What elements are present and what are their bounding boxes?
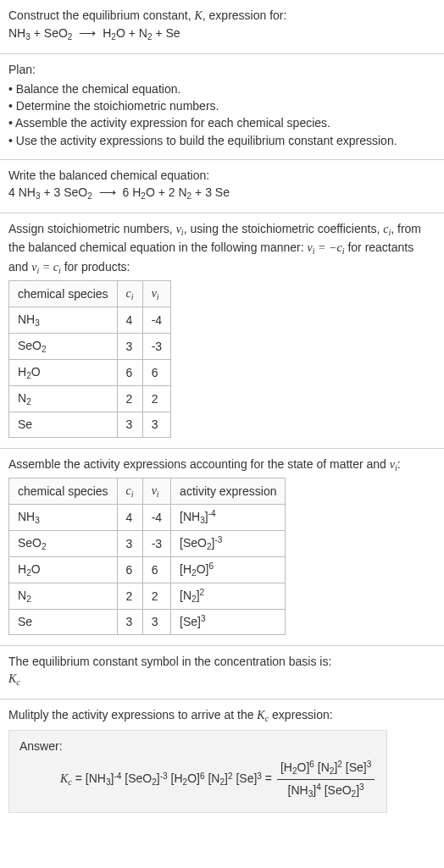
relation-neg: νi = −ci [308, 241, 345, 254]
species: N2 [9, 386, 118, 412]
vi: 6 [142, 360, 170, 386]
vi: 2 [142, 386, 170, 412]
stoich-section: Assign stoichiometric numbers, νi, using… [0, 213, 444, 448]
nu-i: νi [390, 458, 397, 471]
ci: 3 [117, 610, 142, 634]
col-vi: νi [142, 478, 170, 504]
ci: 3 [117, 531, 142, 557]
col-species: chemical species [9, 280, 118, 307]
balanced-section: Write the balanced chemical equation: 4 … [0, 160, 444, 213]
final-section: Mulitply the activity expressions to arr… [0, 699, 444, 823]
relation-pos: νi = ci [31, 261, 61, 274]
activity-table: chemical species ci νi activity expressi… [8, 478, 286, 635]
species: SeO2 [9, 333, 118, 359]
c-i: ci [383, 223, 391, 235]
K-symbol: K [194, 9, 202, 22]
col-ci: ci [117, 478, 142, 504]
text: Mulitply the activity expressions to arr… [8, 708, 257, 721]
fraction: [H2O]6 [N2]2 [Se]3 [NH3]4 [SeO2]3 [277, 759, 375, 800]
balanced-heading: Write the balanced chemical equation: [8, 167, 436, 184]
ci: 3 [117, 412, 142, 437]
ci: 4 [117, 307, 142, 333]
activity-intro: Assemble the activity expressions accoun… [8, 456, 436, 474]
species: N2 [9, 583, 118, 610]
col-activity: activity expression [171, 478, 286, 504]
nu-i: νi [176, 223, 184, 235]
vi: 2 [142, 583, 170, 610]
stoich-table: chemical species ci νi NH34-4 SeO23-3 H2… [8, 280, 171, 438]
kc-symbol-text: The equilibrium constant symbol in the c… [8, 653, 436, 670]
ci: 2 [117, 386, 142, 412]
kc-expression: Kc = [NH3]-4 [SeO2]-3 [H2O]6 [N2]2 [Se]3… [19, 759, 376, 800]
table-row: SeO23-3 [9, 333, 171, 359]
text: Assemble the activity expressions accoun… [8, 457, 390, 471]
species: NH3 [9, 307, 118, 333]
unbalanced-equation: NH3 + SeO2 ⟶ H2O + N2 + Se [8, 25, 436, 43]
prompt-title: Construct the equilibrium constant, K, e… [8, 7, 436, 25]
col-species: chemical species [9, 478, 118, 504]
vi: -4 [142, 504, 170, 530]
ci: 4 [117, 504, 142, 530]
species: SeO2 [9, 531, 118, 557]
numerator: [H2O]6 [N2]2 [Se]3 [277, 759, 375, 780]
col-ci: ci [117, 280, 142, 307]
vi: -3 [142, 333, 170, 359]
plan-list: Balance the chemical equation. Determine… [8, 80, 436, 149]
table-row: Se33 [9, 412, 171, 437]
balanced-equation: 4 NH3 + 3 SeO2 ⟶ 6 H2O + 2 N2 + 3 Se [8, 184, 436, 202]
table-header-row: chemical species ci νi activity expressi… [9, 478, 286, 504]
prompt-section: Construct the equilibrium constant, K, e… [0, 0, 444, 54]
plan-item: Use the activity expressions to build th… [8, 132, 436, 149]
table-row: H2O66 [9, 360, 171, 386]
text: Assign stoichiometric numbers, [8, 222, 176, 235]
text: expression: [269, 708, 332, 721]
activity: [H2O]6 [171, 557, 286, 583]
text: Construct the equilibrium constant, [8, 8, 194, 22]
activity: [Se]3 [171, 610, 286, 634]
table-row: SeO23-3[SeO2]-3 [9, 531, 286, 557]
denominator: [NH3]4 [SeO2]3 [277, 780, 375, 800]
species: H2O [9, 360, 118, 386]
species: Se [9, 412, 118, 437]
plan-item: Balance the chemical equation. [8, 80, 436, 97]
activity: [NH3]-4 [171, 504, 286, 530]
activity: [N2]2 [171, 583, 286, 610]
plan-section: Plan: Balance the chemical equation. Det… [0, 54, 444, 159]
vi: 3 [142, 412, 170, 437]
table-row: N222 [9, 386, 171, 412]
table-row: Se33[Se]3 [9, 610, 286, 634]
ci: 6 [117, 360, 142, 386]
stoich-intro: Assign stoichiometric numbers, νi, using… [8, 220, 436, 276]
text: , expression for: [203, 8, 287, 22]
col-vi: νi [142, 280, 170, 307]
vi: -3 [142, 531, 170, 557]
activity: [SeO2]-3 [171, 531, 286, 557]
plan-item: Assemble the activity expression for eac… [8, 114, 436, 131]
ci: 2 [117, 583, 142, 610]
ci: 3 [117, 333, 142, 359]
species: Se [9, 610, 118, 634]
text: , using the stoichiometric coefficients, [184, 222, 384, 235]
answer-box: Answer: Kc = [NH3]-4 [SeO2]-3 [H2O]6 [N2… [8, 730, 387, 813]
table-row: H2O66[H2O]6 [9, 557, 286, 583]
vi: 6 [142, 557, 170, 583]
vi: -4 [142, 307, 170, 333]
ci: 6 [117, 557, 142, 583]
species: NH3 [9, 504, 118, 530]
kc-symbol-section: The equilibrium constant symbol in the c… [0, 646, 444, 699]
kc: Kc [257, 709, 269, 721]
activity-section: Assemble the activity expressions accoun… [0, 449, 444, 646]
species: H2O [9, 557, 118, 583]
table-row: N222[N2]2 [9, 583, 286, 610]
table-row: NH34-4[NH3]-4 [9, 504, 286, 530]
answer-label: Answer: [19, 738, 376, 755]
kc-symbol: Kc [8, 670, 436, 688]
plan-item: Determine the stoichiometric numbers. [8, 97, 436, 114]
text: for products: [61, 260, 130, 274]
vi: 3 [142, 610, 170, 634]
final-intro: Mulitply the activity expressions to arr… [8, 706, 436, 725]
table-header-row: chemical species ci νi [9, 280, 171, 307]
plan-heading: Plan: [8, 61, 436, 78]
table-row: NH34-4 [9, 307, 171, 333]
